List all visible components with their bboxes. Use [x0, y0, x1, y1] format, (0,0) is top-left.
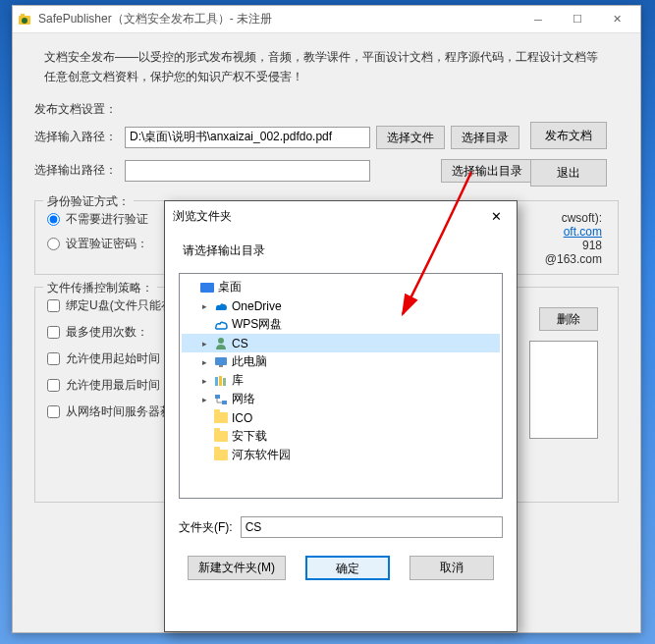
user-icon — [213, 337, 229, 350]
tree-item-此电脑[interactable]: ▸此电脑 — [182, 352, 500, 371]
intro-line-2: 任意创意文档资料，保护您的知识产权不受侵害！ — [44, 67, 619, 86]
svg-point-2 — [22, 18, 27, 24]
tree-label: 河东软件园 — [232, 447, 291, 463]
svg-rect-9 — [215, 395, 220, 399]
select-output-dir-button[interactable]: 选择输出目录 — [441, 159, 533, 183]
window-title: SafePublisher（文档安全发布工具）- 未注册 — [38, 11, 519, 27]
delete-button[interactable]: 删除 — [539, 307, 598, 331]
expander-icon[interactable] — [199, 412, 210, 423]
radio-set-pwd[interactable]: 设置验证密码： — [47, 236, 169, 252]
svg-rect-6 — [215, 377, 218, 386]
libs-icon — [213, 374, 229, 388]
folder-field-label: 文件夹(F): — [179, 519, 233, 536]
svg-rect-10 — [222, 401, 227, 404]
folder-icon — [213, 430, 229, 444]
auth-fieldset: 身份验证方式： 不需要进行验证 设置验证密码： — [34, 200, 182, 275]
dialog-buttons: 新建文件夹(M) 确定 取消 — [179, 556, 503, 580]
folder-icon — [213, 449, 229, 462]
auth-legend: 身份验证方式： — [43, 193, 134, 210]
svg-rect-7 — [219, 376, 222, 386]
dialog-instruction: 请选择输出目录 — [183, 242, 503, 259]
desktop-icon — [199, 281, 215, 295]
list-box[interactable] — [529, 341, 598, 439]
intro-line-1: 文档安全发布——以受控的形式发布视频，音频，教学课件，平面设计文档，程序源代码，… — [44, 47, 619, 67]
tree-item-网络[interactable]: ▸网络 — [182, 390, 500, 408]
output-path-field[interactable] — [125, 160, 370, 182]
expander-icon[interactable] — [199, 319, 210, 330]
radio-no-auth[interactable]: 不需要进行验证 — [47, 211, 169, 228]
tree-item-安下载[interactable]: 安下载 — [182, 427, 500, 446]
maximize-button[interactable]: ☐ — [558, 8, 597, 31]
new-folder-button[interactable]: 新建文件夹(M) — [188, 556, 286, 580]
expander-icon[interactable] — [186, 282, 196, 293]
tree-item-库[interactable]: ▸库 — [182, 371, 500, 390]
ok-button[interactable]: 确定 — [305, 556, 390, 580]
expander-icon[interactable] — [199, 450, 210, 460]
onedrive-icon — [213, 299, 229, 313]
browse-folder-dialog: 浏览文件夹 ✕ 请选择输出目录 桌面▸OneDriveWPS网盘▸CS▸此电脑▸… — [164, 200, 518, 632]
expander-icon[interactable] — [199, 431, 210, 442]
svg-rect-5 — [219, 365, 223, 367]
tree-item-CS[interactable]: ▸CS — [182, 334, 500, 352]
tree-item-桌面[interactable]: 桌面 — [182, 278, 500, 296]
folder-icon — [213, 411, 229, 425]
tree-label: ICO — [232, 411, 252, 425]
tree-label: 桌面 — [218, 279, 242, 295]
dialog-titlebar[interactable]: 浏览文件夹 ✕ — [165, 201, 517, 231]
radio-no-auth-input[interactable] — [47, 213, 60, 226]
tree-label: 网络 — [232, 391, 255, 407]
right-buttons: 发布文档 退出 — [530, 122, 617, 187]
svg-rect-8 — [223, 378, 226, 386]
dialog-close-button[interactable]: ✕ — [483, 206, 509, 226]
folder-field-row: 文件夹(F): — [179, 516, 503, 538]
tree-label: 安下载 — [232, 428, 267, 445]
svg-rect-4 — [215, 357, 227, 365]
svg-rect-1 — [21, 14, 25, 17]
tree-label: WPS网盘 — [232, 316, 282, 333]
tree-label: 库 — [232, 372, 244, 389]
pc-icon — [213, 355, 229, 369]
svg-point-3 — [218, 338, 224, 344]
expander-icon[interactable]: ▸ — [199, 338, 210, 349]
dialog-body: 请选择输出目录 桌面▸OneDriveWPS网盘▸CS▸此电脑▸库▸网络ICO安… — [165, 231, 517, 590]
close-button[interactable]: ✕ — [597, 8, 636, 31]
cancel-button[interactable]: 取消 — [409, 556, 494, 580]
expander-icon[interactable]: ▸ — [199, 356, 210, 367]
intro-text: 文档安全发布——以受控的形式发布视频，音频，教学课件，平面设计文档，程序源代码，… — [34, 47, 619, 87]
tree-item-ICO[interactable]: ICO — [182, 408, 500, 427]
publish-section-label: 发布文档设置： — [34, 101, 619, 118]
input-path-label: 选择输入路径： — [34, 129, 119, 145]
select-file-button[interactable]: 选择文件 — [376, 126, 445, 149]
window-controls: ─ ☐ ✕ — [519, 8, 636, 31]
input-path-field[interactable] — [125, 127, 370, 148]
tree-item-OneDrive[interactable]: ▸OneDrive — [182, 296, 500, 315]
expander-icon[interactable]: ▸ — [199, 375, 210, 386]
radio-set-pwd-input[interactable] — [47, 238, 60, 250]
minimize-button[interactable]: ─ — [519, 8, 558, 31]
tree-label: CS — [232, 337, 248, 350]
output-path-label: 选择输出路径： — [34, 162, 119, 179]
publish-doc-button[interactable]: 发布文档 — [530, 122, 607, 149]
spread-legend: 文件传播控制策略： — [43, 280, 157, 296]
folder-field[interactable] — [241, 516, 503, 538]
exit-button[interactable]: 退出 — [530, 159, 607, 187]
tree-label: 此电脑 — [232, 353, 267, 370]
folder-tree[interactable]: 桌面▸OneDriveWPS网盘▸CS▸此电脑▸库▸网络ICO安下载河东软件园 — [179, 273, 503, 499]
expander-icon[interactable]: ▸ — [199, 300, 210, 311]
tree-label: OneDrive — [232, 299, 282, 313]
titlebar[interactable]: SafePublisher（文档安全发布工具）- 未注册 ─ ☐ ✕ — [13, 6, 640, 33]
tree-item-河东软件园[interactable]: 河东软件园 — [182, 446, 500, 464]
net-icon — [213, 393, 229, 406]
tree-item-WPS网盘[interactable]: WPS网盘 — [182, 315, 500, 334]
dialog-title: 浏览文件夹 — [173, 208, 483, 225]
app-icon — [17, 12, 32, 27]
expander-icon[interactable]: ▸ — [199, 394, 210, 404]
wps-icon — [213, 318, 229, 332]
select-dir-button[interactable]: 选择目录 — [451, 126, 519, 149]
